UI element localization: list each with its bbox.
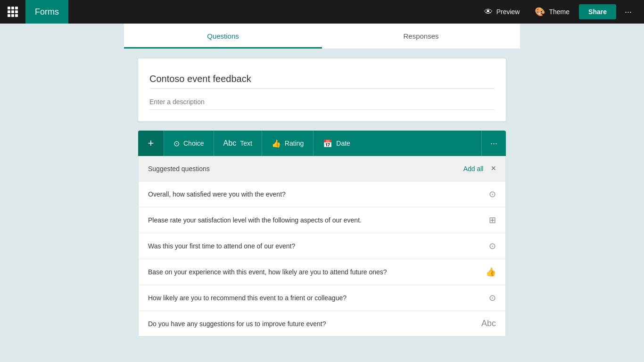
suggested-question-text: Overall, how satisfied were you with the… (148, 190, 483, 198)
text-type-button[interactable]: Abc Text (214, 131, 262, 156)
tab-responses[interactable]: Responses (322, 24, 520, 49)
main-content: Questions Responses + ⊙ Choice Abc Text … (0, 24, 644, 362)
tab-bar: Questions Responses (124, 24, 520, 49)
date-label: Date (336, 140, 350, 147)
suggested-title: Suggested questions (148, 165, 210, 173)
add-plus-button[interactable]: + (138, 131, 164, 156)
form-card (138, 58, 506, 121)
share-button[interactable]: Share (579, 4, 616, 19)
suggested-questions-list: Overall, how satisfied were you with the… (139, 181, 505, 336)
suggested-panel: Suggested questions Add all × Overall, h… (138, 156, 506, 337)
form-description-input[interactable] (149, 94, 495, 110)
rating-type-button[interactable]: 👍 Rating (262, 131, 313, 156)
rating-label: Rating (285, 140, 304, 147)
suggested-question-text: Base on your experience with this event,… (148, 268, 480, 276)
theme-label: Theme (549, 8, 570, 16)
date-type-button[interactable]: 📅 Date (313, 131, 360, 156)
suggested-question-text: Do you have any suggestions for us to im… (148, 320, 476, 328)
suggested-type-icon: ⊙ (489, 241, 496, 251)
nav-left: Forms (8, 0, 68, 24)
close-suggested-button[interactable]: × (491, 164, 496, 173)
form-title-input[interactable] (149, 70, 495, 89)
text-icon: Abc (223, 139, 237, 148)
rating-icon: 👍 (272, 139, 281, 148)
suggested-question-item[interactable]: Please rate your satisfaction level with… (139, 207, 505, 233)
app-title: Forms (25, 0, 68, 24)
top-navigation: Forms 👁 Preview 🎨 Theme Share ··· (0, 0, 644, 24)
preview-icon: 👁 (484, 7, 493, 17)
suggested-question-text: How likely are you to recommend this eve… (148, 294, 483, 302)
choice-icon: ⊙ (173, 139, 180, 148)
waffle-menu[interactable] (8, 7, 18, 17)
suggested-type-icon: ⊙ (489, 293, 496, 303)
add-all-button[interactable]: Add all (463, 165, 484, 173)
suggested-question-item[interactable]: Overall, how satisfied were you with the… (139, 181, 505, 207)
text-label: Text (240, 140, 252, 147)
choice-type-button[interactable]: ⊙ Choice (164, 131, 214, 156)
suggested-type-icon: Abc (481, 319, 496, 329)
suggested-question-item[interactable]: Do you have any suggestions for us to im… (139, 311, 505, 336)
suggested-question-item[interactable]: Was this your first time to attend one o… (139, 233, 505, 259)
preview-label: Preview (496, 8, 520, 16)
tab-questions[interactable]: Questions (124, 24, 322, 49)
suggested-type-icon: 👍 (486, 267, 496, 277)
theme-button[interactable]: 🎨 Theme (529, 4, 575, 20)
more-options-button[interactable]: ··· (620, 4, 636, 20)
suggested-question-item[interactable]: Base on your experience with this event,… (139, 259, 505, 285)
theme-icon: 🎨 (535, 7, 545, 17)
suggested-header: Suggested questions Add all × (139, 156, 505, 181)
suggested-type-icon: ⊞ (489, 215, 496, 225)
date-icon: 📅 (323, 139, 332, 148)
nav-right: 👁 Preview 🎨 Theme Share ··· (479, 4, 636, 20)
more-types-button[interactable]: ··· (481, 131, 506, 156)
close-icon: × (491, 164, 496, 173)
choice-label: Choice (183, 140, 204, 147)
suggested-question-text: Please rate your satisfaction level with… (148, 216, 483, 224)
suggested-question-text: Was this your first time to attend one o… (148, 242, 483, 250)
add-question-bar: + ⊙ Choice Abc Text 👍 Rating 📅 Date ··· (138, 131, 506, 156)
suggested-type-icon: ⊙ (489, 189, 496, 199)
suggested-question-item[interactable]: How likely are you to recommend this eve… (139, 285, 505, 311)
preview-button[interactable]: 👁 Preview (479, 4, 526, 20)
